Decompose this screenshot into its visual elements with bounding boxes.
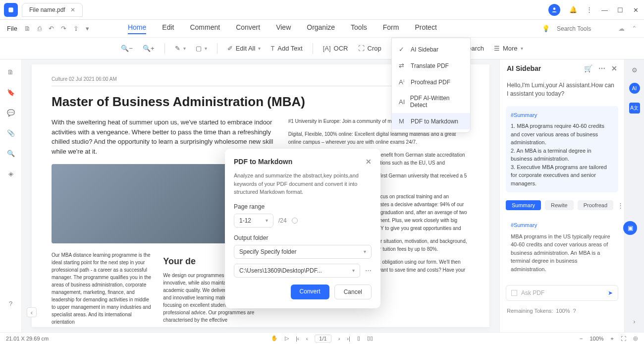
- continuous-page-icon[interactable]: ▯▯: [367, 335, 373, 342]
- tab-edit[interactable]: Edit: [162, 23, 174, 34]
- tab-tools[interactable]: Tools: [351, 23, 367, 34]
- pill-rewrite[interactable]: Rewite: [545, 200, 574, 210]
- dd-proofread-pdf[interactable]: AⁱProofread PDF: [392, 74, 470, 90]
- ai-rail-icon[interactable]: AI: [629, 83, 640, 94]
- tab-form[interactable]: Form: [383, 23, 399, 34]
- minimize-icon[interactable]: —: [601, 6, 608, 13]
- page-indicator[interactable]: 1/1: [315, 335, 331, 343]
- crop-button[interactable]: ⛶Crop: [358, 45, 381, 52]
- last-page-icon[interactable]: ›|: [347, 336, 350, 342]
- dd-ai-written-detect[interactable]: AIPDF AI-Written Detect: [392, 90, 470, 113]
- bell-icon[interactable]: 🔔: [569, 6, 577, 13]
- browse-icon[interactable]: ⋯: [365, 267, 372, 274]
- pill-summary[interactable]: Summary: [506, 200, 541, 210]
- page-range-radio[interactable]: [292, 218, 298, 224]
- page-icon[interactable]: 🗎: [7, 68, 14, 76]
- print-icon[interactable]: ⎙: [38, 25, 42, 32]
- bookmark-icon[interactable]: 🔖: [7, 89, 15, 96]
- send-icon[interactable]: ➤: [608, 289, 613, 296]
- cancel-button[interactable]: Cancel: [334, 285, 372, 299]
- prev-chevron-icon[interactable]: ‹: [27, 307, 37, 317]
- output-folder-select[interactable]: Specify Specify folder▾: [234, 245, 372, 259]
- close-tab-icon[interactable]: ✕: [70, 6, 75, 13]
- bulb-icon[interactable]: 💡: [542, 25, 550, 32]
- single-page-icon[interactable]: ▯: [357, 335, 360, 342]
- tokens-help-icon[interactable]: ?: [573, 308, 576, 314]
- doc-col1: Our MBA distance learning programme is t…: [52, 251, 153, 326]
- help-icon[interactable]: ?: [9, 300, 12, 307]
- cart-icon[interactable]: 🛒: [584, 64, 592, 72]
- undo-icon[interactable]: ↶: [49, 25, 54, 32]
- tab-organize[interactable]: Organize: [307, 23, 335, 34]
- fit-icon[interactable]: ◎: [633, 335, 638, 342]
- save-icon[interactable]: 🗎: [24, 25, 31, 32]
- edit-all-button[interactable]: ✐Edit All▾: [227, 45, 261, 52]
- kebab-menu-icon[interactable]: ⋮: [586, 6, 592, 13]
- tab-home[interactable]: Home: [128, 23, 146, 34]
- search-tools-input[interactable]: [557, 25, 611, 32]
- comment-panel-icon[interactable]: 💬: [7, 109, 15, 116]
- dd-pdf-to-markdown[interactable]: MPDF to Markdown: [392, 113, 470, 129]
- ocr-button[interactable]: [A]OCR: [323, 45, 348, 52]
- tab-view[interactable]: View: [276, 23, 291, 34]
- document-tab[interactable]: File name.pdf ✕: [22, 3, 83, 17]
- dialog-close-icon[interactable]: ✕: [366, 158, 372, 166]
- convert-button[interactable]: Convert: [291, 285, 329, 299]
- cloud-icon[interactable]: ☁: [618, 25, 625, 32]
- zoom-in-button[interactable]: 🔍+: [143, 45, 155, 52]
- page-range-select[interactable]: 1-12▾: [234, 214, 273, 228]
- pill-proofread[interactable]: Proofread: [578, 200, 613, 210]
- summary-result: #Summary MBA programs in the US typicall…: [506, 216, 618, 278]
- select-tool-icon[interactable]: ▷: [285, 335, 289, 342]
- tab-protect[interactable]: Protect: [415, 23, 436, 34]
- share-icon[interactable]: ⇪: [73, 25, 79, 32]
- zoom-out-status-icon[interactable]: −: [580, 336, 583, 342]
- ai-tools-dropdown: ✓AI Sidebar ⇄Translate PDF AⁱProofread P…: [391, 38, 471, 133]
- left-rail: 🗎 🔖 💬 📎 🔍 ◈ ?: [0, 59, 22, 332]
- add-text-button[interactable]: TAdd Text: [270, 45, 302, 52]
- user-avatar[interactable]: [548, 4, 560, 16]
- dd-ai-sidebar[interactable]: ✓AI Sidebar: [392, 41, 470, 57]
- ask-placeholder: Ask PDF: [521, 289, 544, 296]
- checkbox-icon[interactable]: [511, 290, 517, 296]
- float-action-button[interactable]: ▣: [623, 221, 637, 235]
- dropdown-caret-icon[interactable]: ▾: [86, 25, 89, 32]
- output-path-field[interactable]: C:\Users\13609\Desktop\PDF...▾: [234, 264, 360, 278]
- pills-more-icon[interactable]: ⋮: [617, 202, 624, 209]
- first-page-icon[interactable]: |‹: [296, 336, 299, 342]
- next-chevron-icon[interactable]: ›: [633, 318, 635, 325]
- layers-icon[interactable]: ◈: [8, 170, 13, 177]
- page-range-label: Page range: [234, 203, 372, 210]
- tab-comment[interactable]: Comment: [190, 23, 220, 34]
- close-window-icon[interactable]: ✕: [633, 6, 640, 13]
- fullscreen-icon[interactable]: ⛶: [621, 336, 626, 342]
- zoom-level[interactable]: 100%: [590, 336, 603, 342]
- redo-icon[interactable]: ↷: [61, 25, 66, 32]
- tab-title: File name.pdf: [29, 6, 65, 13]
- search-panel-icon[interactable]: 🔍: [7, 150, 15, 157]
- prev-page-icon[interactable]: ‹: [306, 336, 308, 342]
- file-menu[interactable]: File: [7, 25, 17, 32]
- settings-icon[interactable]: ⚙: [632, 66, 638, 74]
- translate-rail-icon[interactable]: A文: [629, 103, 640, 114]
- shape-tool[interactable]: ▢▾: [196, 45, 207, 52]
- collapse-ribbon-icon[interactable]: ⌃: [632, 25, 637, 32]
- summary-item-2: 2. An MBA is a terminal degree in busine…: [511, 147, 613, 163]
- markdown-icon: M: [399, 117, 406, 125]
- pdf-to-markdown-dialog: PDF to Markdown ✕ Analyze and summarize …: [225, 149, 380, 308]
- summary-item-3: 3. Executive MBA programs are tailored f…: [511, 163, 613, 188]
- more-button[interactable]: ☰More▾: [494, 45, 523, 52]
- sidebar-close-icon[interactable]: ✕: [611, 64, 617, 72]
- zoom-out-button[interactable]: 🔍−: [121, 45, 133, 52]
- tab-convert[interactable]: Convert: [236, 23, 260, 34]
- summary2-title: #Summary: [511, 221, 613, 229]
- ask-pdf-input[interactable]: Ask PDF ➤: [506, 285, 618, 301]
- zoom-in-status-icon[interactable]: +: [611, 336, 614, 342]
- maximize-icon[interactable]: ☐: [617, 6, 624, 13]
- hand-tool-icon[interactable]: ✋: [271, 335, 278, 342]
- dd-translate-pdf[interactable]: ⇄Translate PDF: [392, 57, 470, 74]
- next-page-icon[interactable]: ›: [338, 336, 340, 342]
- attachment-icon[interactable]: 📎: [7, 129, 15, 137]
- sidebar-more-icon[interactable]: ⋯: [598, 64, 605, 72]
- highlight-tool[interactable]: ✎▾: [175, 45, 186, 52]
